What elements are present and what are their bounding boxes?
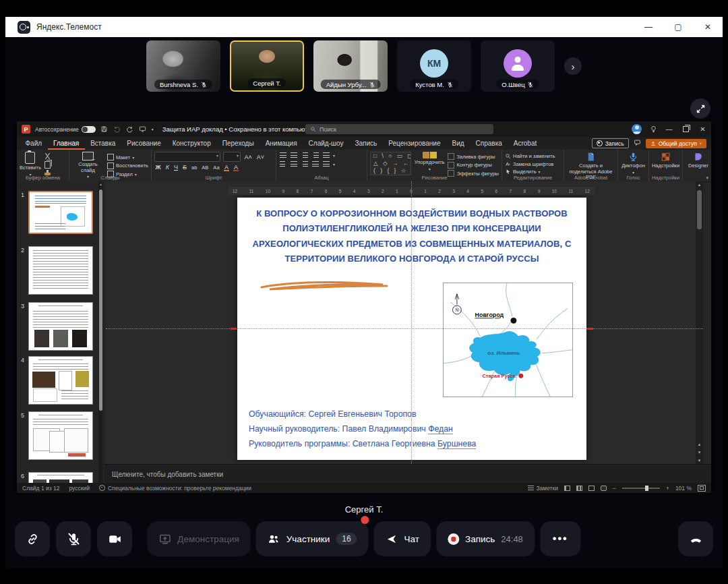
maximize-button[interactable]: ▢ [663, 17, 693, 37]
italic-button[interactable]: К [164, 164, 170, 171]
undo-icon[interactable] [113, 125, 121, 133]
zoom-in-button[interactable]: + [666, 485, 669, 492]
map-image[interactable]: Новгород оз. Ильмень Старая Русса N [443, 283, 573, 397]
collapse-ribbon-caret[interactable]: ▾ [706, 175, 708, 181]
shape-fill-button[interactable]: Заливка фигуры [448, 153, 499, 160]
comments-button[interactable] [634, 139, 641, 148]
thumbnail-slide-5[interactable] [28, 411, 93, 460]
account-avatar[interactable] [632, 124, 642, 134]
more-button[interactable]: ••• [540, 521, 581, 556]
zoom-slider-knob[interactable] [645, 486, 648, 491]
reset-button[interactable]: Восстановить [107, 163, 148, 169]
next-slide-button[interactable]: ▼ [696, 450, 703, 455]
strip-next-button[interactable]: › [564, 57, 582, 75]
designer-button[interactable]: Designer [688, 152, 708, 169]
tab-acrobat[interactable]: Acrobat [508, 137, 542, 150]
save-icon[interactable] [100, 125, 108, 133]
thumbnail-slide-3[interactable] [28, 302, 93, 351]
font-color-button[interactable]: А [233, 164, 239, 171]
scrollbar-thumb[interactable] [697, 190, 702, 229]
zoom-percent[interactable]: 101 % [675, 485, 692, 492]
find-replace-button[interactable]: Найти и заменить [505, 153, 555, 159]
reading-view-icon[interactable] [588, 486, 595, 491]
tab-home[interactable]: Главная [48, 137, 85, 150]
ppt-restore-button[interactable] [677, 121, 694, 137]
accessibility-button[interactable]: Специальные возможности: проверьте реком… [99, 485, 251, 492]
bold-button[interactable]: Ж [154, 164, 162, 171]
tab-view[interactable]: Вид [446, 137, 470, 150]
scroll-up-arrow[interactable]: ▲ [696, 183, 703, 187]
expand-shared-screen-button[interactable] [690, 98, 710, 119]
copy-icon[interactable] [44, 161, 51, 169]
zoom-out-button[interactable]: − [613, 485, 616, 492]
tab-help[interactable]: Справка [470, 137, 508, 150]
redo-icon[interactable] [126, 125, 133, 133]
participant-tile[interactable]: КМ Кустов М. [397, 40, 471, 92]
shape-outline-button[interactable]: Контур фигуры [448, 162, 499, 169]
share-button[interactable]: Общий доступ▾ [646, 139, 706, 148]
dictate-button[interactable]: Диктофон ▾ [621, 152, 645, 175]
tab-animations[interactable]: Анимация [260, 137, 303, 150]
document-title[interactable]: Защита ИАР доклад • Сохранено в этот ком… [162, 125, 319, 133]
language-button[interactable]: русский [69, 485, 90, 492]
ppt-close-button[interactable]: ✕ [694, 121, 711, 137]
shadow-button[interactable]: ab [190, 165, 198, 171]
autosave-control[interactable]: Автосохранение [35, 126, 96, 133]
justify-icon[interactable] [311, 160, 320, 167]
ideas-button[interactable] [646, 125, 661, 133]
addins-button[interactable]: Надстройки [652, 152, 679, 169]
slide-sorter-view-icon[interactable] [576, 486, 582, 491]
char-spacing-button[interactable]: АВ [201, 165, 210, 171]
cut-icon[interactable] [44, 153, 51, 159]
slide-authors-textbox[interactable]: Обучающийся: Сергей Евгеньевич Торопов Н… [249, 407, 476, 452]
align-center-icon[interactable] [290, 160, 298, 167]
participant-tile[interactable]: Burshneva S. [146, 40, 220, 92]
fit-slide-button[interactable] [698, 485, 706, 492]
tab-file[interactable]: Файл [20, 137, 48, 150]
participant-tile[interactable]: О.Швец [481, 40, 555, 92]
close-button[interactable]: ✕ [693, 17, 723, 37]
minimize-button[interactable]: — [634, 17, 663, 37]
select-button[interactable]: Выделить▾ [505, 169, 555, 175]
previous-slide-button[interactable]: ▲ [696, 442, 703, 446]
scroll-down-arrow[interactable]: ▼ [696, 459, 703, 463]
ppt-minimize-button[interactable]: — [661, 121, 677, 137]
tab-transitions[interactable]: Переходы [216, 137, 260, 150]
tab-record[interactable]: Запись [349, 137, 383, 150]
replace-fonts-button[interactable]: Замена шрифтов [505, 161, 555, 167]
layout-button[interactable]: Макет▾ [107, 154, 148, 160]
thumbnail-slide-6[interactable] [28, 472, 93, 483]
copy-link-button[interactable] [15, 521, 50, 556]
change-case-button[interactable]: Аа [212, 165, 220, 171]
tab-review[interactable]: Рецензирование [383, 137, 446, 150]
start-slideshow-icon[interactable] [139, 125, 146, 133]
qat-customize-caret[interactable]: ▾ [152, 127, 154, 132]
grow-font-button[interactable]: А˄ [243, 154, 253, 160]
autosave-toggle[interactable] [82, 126, 96, 133]
underline-button[interactable]: Ч [173, 164, 179, 171]
microphone-button[interactable] [56, 521, 91, 556]
zoom-slider[interactable] [622, 488, 660, 489]
slide-scrollbar[interactable]: ▲ ▲ ▼ ▼ [696, 181, 703, 464]
hangup-button[interactable] [678, 521, 713, 556]
thumbnail-slide-4[interactable] [28, 356, 93, 405]
scroll-up-arrow[interactable]: ▲ [98, 182, 103, 186]
font-name-combo[interactable] [154, 152, 220, 162]
search-box[interactable]: Поиск [305, 124, 493, 134]
participant-tile[interactable]: Айдын Урбу... [313, 40, 388, 92]
columns-icon[interactable] [322, 160, 330, 167]
shrink-font-button[interactable]: А˅ [255, 154, 265, 160]
normal-view-icon[interactable] [564, 486, 570, 491]
tab-insert[interactable]: Вставка [85, 137, 121, 150]
thumbnail-slide-1[interactable] [28, 191, 93, 234]
tab-slideshow[interactable]: Слайд-шоу [303, 137, 349, 150]
scrollbar-thumb[interactable] [99, 189, 102, 411]
thumbnails-scrollbar[interactable]: ▲ [98, 181, 103, 483]
paste-button[interactable]: Вставить ▾ [20, 152, 41, 177]
shapes-gallery[interactable]: □ \ ○ ▭ ◻△ ◇ → ← ☆( ) { } ☆ [370, 152, 411, 175]
arrange-button[interactable]: Упорядочить ▾ [415, 152, 445, 172]
slideshow-view-icon[interactable] [601, 486, 607, 491]
record-button[interactable]: Запись [592, 138, 629, 148]
ink-scribble[interactable] [257, 279, 391, 293]
align-right-icon[interactable] [301, 160, 309, 167]
